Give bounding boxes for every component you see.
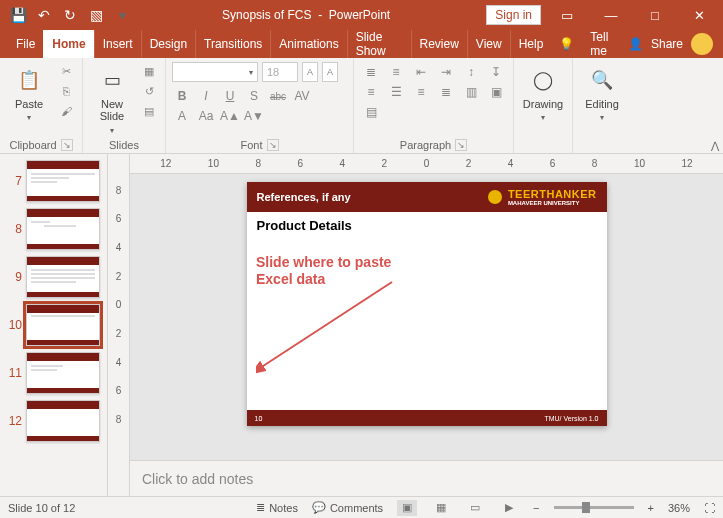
font-size-select[interactable]: 18	[262, 62, 298, 82]
align-text-icon[interactable]: ▣	[485, 82, 507, 102]
shadow-button[interactable]: S	[244, 86, 264, 106]
quick-access-toolbar: 💾 ↶ ↻ ▧ ▾	[6, 3, 134, 27]
section-icon[interactable]: ▤	[139, 102, 159, 120]
clipboard-launcher-icon[interactable]: ↘	[61, 139, 73, 151]
font-family-select[interactable]: ▾	[172, 62, 258, 82]
zoom-out-icon[interactable]: −	[533, 502, 539, 514]
fit-window-icon[interactable]: ⛶	[704, 502, 715, 514]
numbering-icon[interactable]: ≡	[385, 62, 407, 82]
thumb-10[interactable]: 10	[4, 304, 103, 346]
comments-toggle[interactable]: 💬Comments	[312, 501, 383, 514]
horizontal-ruler: 12108642024681012	[130, 154, 723, 174]
char-spacing-button[interactable]: AV	[292, 86, 312, 106]
italic-button[interactable]: I	[196, 86, 216, 106]
justify-icon[interactable]: ≣	[435, 82, 457, 102]
close-icon[interactable]: ✕	[681, 3, 717, 27]
slide-canvas[interactable]: References, if any TEERTHANKERMAHAVEER U…	[130, 174, 723, 460]
undo-icon[interactable]: ↶	[32, 3, 56, 27]
tab-home[interactable]: Home	[43, 30, 93, 58]
annotation-text: Slide where to paste Excel data	[256, 254, 402, 288]
feedback-smiley-icon[interactable]	[691, 33, 713, 55]
reset-icon[interactable]: ↺	[139, 82, 159, 100]
columns-icon[interactable]: ▥	[460, 82, 482, 102]
grow-font-icon[interactable]: A	[302, 62, 318, 82]
tell-me-lamp-icon[interactable]: 💡	[551, 30, 582, 58]
start-from-beginning-icon[interactable]: ▧	[84, 3, 108, 27]
font-launcher-icon[interactable]: ↘	[267, 139, 279, 151]
align-right-icon[interactable]: ≡	[410, 82, 432, 102]
share-button[interactable]: Share	[651, 37, 683, 51]
qat-more-icon[interactable]: ▾	[110, 3, 134, 27]
zoom-in-icon[interactable]: +	[648, 502, 654, 514]
paste-button[interactable]: 📋 Paste▾	[6, 62, 52, 124]
tab-file[interactable]: File	[8, 30, 43, 58]
sign-in-button[interactable]: Sign in	[486, 5, 541, 25]
paragraph-launcher-icon[interactable]: ↘	[455, 139, 467, 151]
normal-view-icon[interactable]: ▣	[397, 500, 417, 516]
font-color-button[interactable]: A	[172, 106, 192, 126]
tab-design[interactable]: Design	[141, 30, 195, 58]
thumb-7[interactable]: 7	[4, 160, 103, 202]
tab-animations[interactable]: Animations	[270, 30, 346, 58]
strikethrough-button[interactable]: abc	[268, 86, 288, 106]
tab-transitions[interactable]: Transitions	[195, 30, 270, 58]
shrink-font-icon[interactable]: A	[322, 62, 338, 82]
tell-me[interactable]: Tell me	[582, 30, 628, 58]
sorter-view-icon[interactable]: ▦	[431, 500, 451, 516]
tab-insert[interactable]: Insert	[94, 30, 141, 58]
change-case-button[interactable]: Aa	[196, 106, 216, 126]
line-spacing-icon[interactable]: ↕	[460, 62, 482, 82]
slideshow-view-icon[interactable]: ▶	[499, 500, 519, 516]
notes-pane[interactable]: Click to add notes	[130, 460, 723, 496]
ribbon-display-icon[interactable]: ▭	[549, 3, 585, 27]
align-left-icon[interactable]: ≡	[360, 82, 382, 102]
thumb-11[interactable]: 11	[4, 352, 103, 394]
share-icon[interactable]: 👤	[628, 37, 643, 51]
save-icon[interactable]: 💾	[6, 3, 30, 27]
ribbon: 📋 Paste▾ ✂ ⎘ 🖌 Clipboard↘ ▭ New Slide ▾ …	[0, 58, 723, 154]
copy-icon[interactable]: ⎘	[56, 82, 76, 100]
title-bar: 💾 ↶ ↻ ▧ ▾ Synopsis of FCS - PowerPoint S…	[0, 0, 723, 30]
editing-button[interactable]: 🔍 Editing▾	[579, 62, 625, 124]
underline-button[interactable]: U	[220, 86, 240, 106]
redo-icon[interactable]: ↻	[58, 3, 82, 27]
collapse-ribbon-icon[interactable]: ⋀	[711, 140, 719, 151]
drawing-button[interactable]: ◯ Drawing▾	[520, 62, 566, 124]
increase-indent-icon[interactable]: ⇥	[435, 62, 457, 82]
align-center-icon[interactable]: ☰	[385, 82, 407, 102]
notes-toggle[interactable]: ≣Notes	[256, 501, 298, 514]
zoom-slider[interactable]	[554, 506, 634, 509]
group-clipboard: 📋 Paste▾ ✂ ⎘ 🖌 Clipboard↘	[0, 58, 83, 153]
new-slide-button[interactable]: ▭ New Slide ▾	[89, 62, 135, 135]
thumb-9[interactable]: 9	[4, 256, 103, 298]
group-label: Font	[240, 139, 262, 151]
notes-icon: ≣	[256, 501, 265, 514]
convert-smartart-icon[interactable]: ▤	[360, 102, 382, 122]
slide-thumbnails-pane[interactable]: 7 8 9 10 11 12	[0, 154, 108, 496]
thumb-12[interactable]: 12	[4, 400, 103, 442]
decrease-indent-icon[interactable]: ⇤	[410, 62, 432, 82]
tab-slideshow[interactable]: Slide Show	[347, 30, 411, 58]
cut-icon[interactable]: ✂	[56, 62, 76, 80]
zoom-percent[interactable]: 36%	[668, 502, 690, 514]
format-painter-icon[interactable]: 🖌	[56, 102, 76, 120]
reading-view-icon[interactable]: ▭	[465, 500, 485, 516]
increase-font-button[interactable]: A▲	[220, 106, 240, 126]
slide-footer: 10 TMU/ Version 1.0	[247, 410, 607, 426]
thumb-8[interactable]: 8	[4, 208, 103, 250]
tab-help[interactable]: Help	[510, 30, 552, 58]
maximize-icon[interactable]: □	[637, 3, 673, 27]
minimize-icon[interactable]: —	[593, 3, 629, 27]
text-direction-icon[interactable]: ↧	[485, 62, 507, 82]
paste-icon: 📋	[15, 66, 43, 94]
group-drawing: ◯ Drawing▾	[514, 58, 573, 153]
bold-button[interactable]: B	[172, 86, 192, 106]
decrease-font-button[interactable]: A▼	[244, 106, 264, 126]
bullets-icon[interactable]: ≣	[360, 62, 382, 82]
layout-icon[interactable]: ▦	[139, 62, 159, 80]
group-paragraph: ≣ ≡ ⇤ ⇥ ↕ ↧ ≡ ☰ ≡ ≣ ▥ ▣ ▤ Paragraph↘	[354, 58, 514, 153]
drawing-icon: ◯	[529, 66, 557, 94]
slide-title[interactable]: Product Details	[247, 212, 607, 239]
tab-review[interactable]: Review	[411, 30, 467, 58]
tab-view[interactable]: View	[467, 30, 510, 58]
